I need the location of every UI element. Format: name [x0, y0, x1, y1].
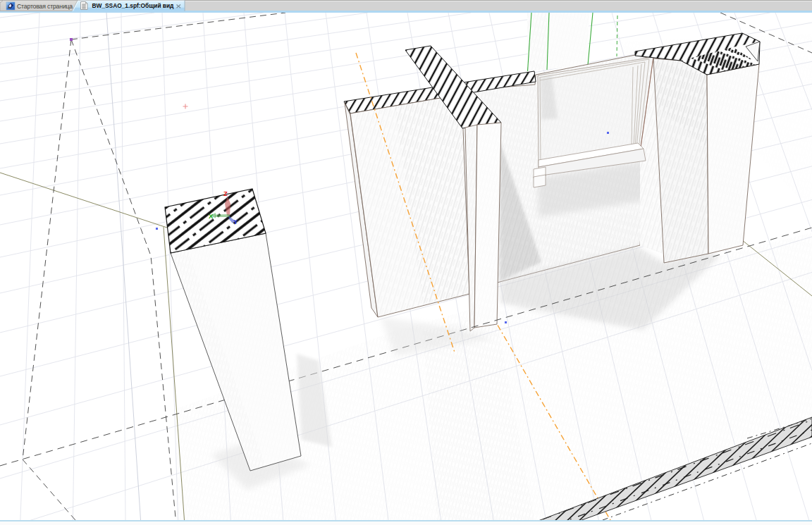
svg-text:X: X — [209, 212, 214, 220]
svg-text:Y: Y — [233, 218, 238, 226]
svg-text:Z: Z — [223, 190, 228, 197]
